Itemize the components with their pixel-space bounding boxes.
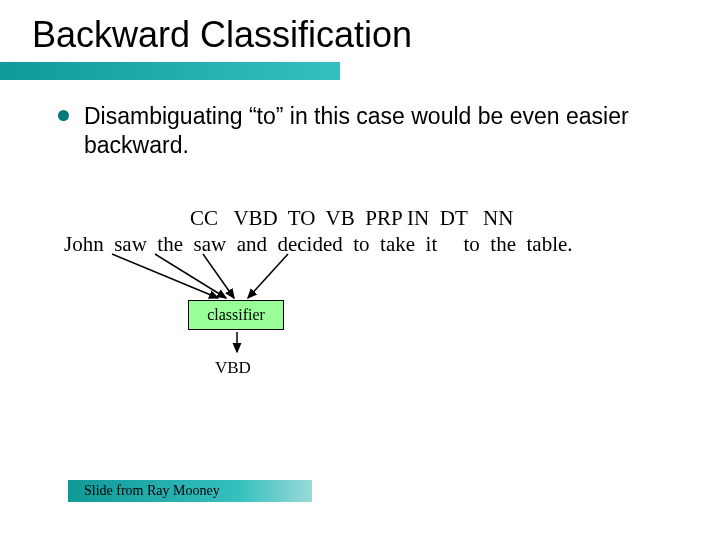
classifier-input-arrows <box>100 252 400 306</box>
classifier-output-arrow <box>228 330 248 358</box>
bullet-text: Disambiguating “to” in this case would b… <box>84 102 638 160</box>
bullet-dot-icon <box>58 110 69 121</box>
svg-line-2 <box>203 254 234 298</box>
pos-tags-row: CC VBD TO VB PRP IN DT NN <box>64 206 513 231</box>
title-accent-bar <box>0 62 340 80</box>
slide-title: Backward Classification <box>32 14 412 56</box>
footer-accent-bar: Slide from Ray Mooney <box>68 480 312 502</box>
classifier-box: classifier <box>188 300 284 330</box>
bullet-item: Disambiguating “to” in this case would b… <box>58 102 638 160</box>
svg-line-3 <box>248 254 288 298</box>
classifier-output-tag: VBD <box>215 358 251 378</box>
footer-credit: Slide from Ray Mooney <box>84 483 220 499</box>
classifier-label: classifier <box>207 306 265 324</box>
